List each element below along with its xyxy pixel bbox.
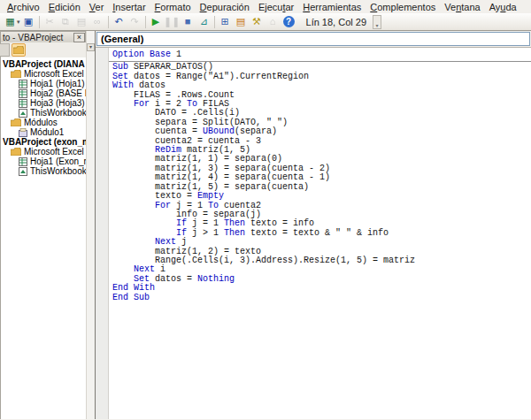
tree-item[interactable]: ThisWorkbook (1, 166, 86, 176)
project-explorer-scrollbar[interactable]: ▾ (86, 31, 95, 419)
paste-button[interactable]: ▤ (74, 14, 89, 29)
tree-item-label: Hoja3 (Hoja3) (30, 98, 85, 108)
design-mode-button[interactable]: ⊿ (196, 14, 212, 29)
view-excel-button[interactable]: ▦ (3, 14, 18, 29)
code-window: (General) Option Base 1Sub SEPARAR_DATOS… (95, 31, 531, 419)
find-button[interactable]: ∞ (90, 14, 105, 29)
menu-item-formato[interactable]: Formato (150, 2, 196, 12)
undo-button[interactable]: ↶ (112, 14, 127, 29)
code-line: Set datos = Range("A1").CurrentRegion (112, 73, 531, 81)
tree-item[interactable]: VBAProject (DIANA PRUI (1, 59, 86, 69)
main-area: to - VBAProject × VBAProject (DIANA PRUI… (0, 31, 531, 419)
help-icon: ? (283, 16, 295, 27)
code-line: Set datos = Nothing (112, 275, 531, 284)
help-button[interactable]: ? (281, 14, 296, 29)
code-combo-row: (General) (96, 31, 531, 48)
worksheet-icon (19, 89, 27, 98)
view-code-button[interactable] (0, 43, 10, 57)
menu-item-archivo[interactable]: Archivo (3, 2, 44, 12)
object-dropdown-value: (General) (101, 34, 143, 44)
folder-icon (11, 70, 21, 78)
code-margin-bar[interactable] (96, 48, 109, 419)
project-explorer-panel: to - VBAProject × VBAProject (DIANA PRUI… (0, 31, 86, 419)
tree-item-label: VBAProject (DIANA PRUI (3, 59, 86, 69)
tree-item[interactable]: Hoja1 (Hoja1) (1, 79, 86, 88)
menu-item-ayuda[interactable]: Ayuda (485, 2, 521, 12)
toolbar-separator (39, 16, 40, 28)
folder-icon (11, 148, 21, 156)
run-button[interactable]: ▶ (149, 14, 164, 29)
worksheet-icon (19, 157, 27, 166)
menu-item-complementos[interactable]: Complementos (366, 2, 440, 12)
tree-item-label: Microsoft Excel Objetos (24, 147, 86, 157)
toggle-folders-button[interactable] (12, 43, 26, 57)
tree-item[interactable]: VBAProject (exon_me (( (1, 137, 86, 147)
tree-item-label: Hoja1 (Hoja1) (30, 79, 85, 88)
folder-icon (13, 46, 24, 54)
tree-item-label: Módulo1 (30, 127, 64, 137)
menubar: ArchivoEdiciónVerInsertarFormatoDepuraci… (0, 0, 531, 13)
code-editor[interactable]: Option Base 1Sub SEPARAR_DATOS()Set dato… (109, 48, 531, 419)
project-tree: VBAProject (DIANA PRUIMicrosoft Excel Ob… (0, 57, 86, 419)
code-line: Option Base 1 (112, 50, 531, 59)
tree-item-label: ThisWorkbook (30, 108, 86, 118)
redo-button[interactable]: ↷ (127, 14, 142, 29)
menu-item-insertar[interactable]: Insertar (108, 2, 150, 12)
close-icon[interactable]: × (73, 33, 85, 42)
tree-item[interactable]: Hoja1 (Exon_me) (1, 157, 86, 166)
tree-item[interactable]: Hoja2 (BASE DE DAT (1, 88, 86, 98)
project-explorer-button[interactable]: ⊞ (218, 14, 233, 29)
copy-button[interactable]: ⧉ (58, 14, 73, 29)
tree-item-label: Módulos (24, 118, 58, 127)
code-area: Option Base 1Sub SEPARAR_DATOS()Set dato… (96, 48, 531, 419)
tree-item-label: VBAProject (exon_me (( (3, 137, 86, 147)
toolbar-separator (145, 16, 146, 28)
properties-window-button[interactable]: ▤ (234, 14, 249, 29)
break-button[interactable]: ❚❚ (165, 14, 180, 29)
cursor-position-indicator: Lín 18, Col 29 (306, 17, 367, 27)
tree-item[interactable]: Hoja3 (Hoja3) (1, 98, 86, 108)
object-dropdown[interactable]: (General) (96, 32, 530, 46)
toolbar-separator (108, 16, 109, 28)
project-explorer-title: to - VBAProject (3, 33, 63, 42)
workbook-icon (19, 167, 27, 176)
tree-item-label: Hoja2 (BASE DE DAT (30, 88, 86, 98)
vba-editor-window: ArchivoEdiciónVerInsertarFormatoDepuraci… (0, 0, 531, 420)
tree-item-label: ThisWorkbook (30, 166, 86, 176)
project-explorer-toolbar (0, 42, 86, 57)
code-line: End With (112, 284, 531, 293)
menu-item-herramientas[interactable]: Herramientas (298, 2, 366, 12)
tree-item-label: Microsoft Excel Objetos (24, 69, 86, 79)
save-button[interactable]: ▣ (21, 14, 36, 29)
reset-button[interactable]: ■ (181, 14, 196, 29)
toolbar: ▦▾▣✂⧉▤∞↶↷▶❚❚■⊿⊞▤⚒⌂?Lín 18, Col 29▾ (0, 13, 531, 31)
worksheet-icon (19, 80, 27, 88)
toolbar-separator (214, 16, 215, 28)
tree-item[interactable]: Microsoft Excel Objetos (1, 147, 86, 157)
menu-item-ver[interactable]: Ver (85, 2, 109, 12)
toolbar-overflow-button[interactable]: ▾ (373, 15, 381, 29)
toolbox-button[interactable]: ⚒ (250, 14, 265, 29)
code-line: End Sub (112, 294, 531, 302)
module-icon (19, 128, 27, 137)
project-explorer-header[interactable]: to - VBAProject × (0, 31, 86, 42)
tree-item-label: Hoja1 (Exon_me) (30, 157, 86, 166)
menu-item-depuración[interactable]: Depuración (196, 2, 254, 12)
code-line: Range(.Cells(i, 3).Address).Resize(1, 5)… (112, 256, 531, 265)
worksheet-icon (19, 99, 27, 108)
tree-item[interactable]: Microsoft Excel Objetos (1, 69, 86, 79)
scrollbar-button-icon[interactable]: ▾ (87, 43, 95, 51)
object-browser-button[interactable]: ⌂ (266, 14, 281, 29)
menu-item-edición[interactable]: Edición (44, 2, 85, 12)
cut-button[interactable]: ✂ (42, 14, 58, 29)
tree-item[interactable]: Módulos (1, 118, 86, 127)
tree-item[interactable]: ThisWorkbook (1, 108, 86, 118)
tree-item[interactable]: Módulo1 (1, 127, 86, 137)
menu-item-ejecutar[interactable]: Ejecutar (254, 2, 298, 12)
menu-item-ventana[interactable]: Ventana (440, 2, 484, 12)
chevron-down-icon[interactable]: ▾ (17, 19, 20, 26)
workbook-icon (19, 109, 27, 118)
folder-icon (11, 118, 21, 126)
